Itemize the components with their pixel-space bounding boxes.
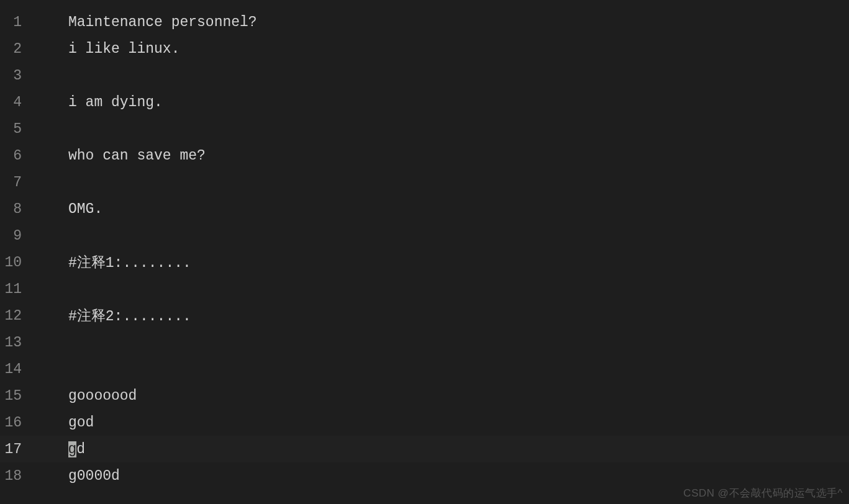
editor-line[interactable]: 18g0000d xyxy=(0,462,849,489)
line-content[interactable]: who can save me? xyxy=(43,148,206,164)
editor-line[interactable]: 4i am dying. xyxy=(0,89,849,115)
line-number: 6 xyxy=(0,148,43,164)
editor-line[interactable]: 2i like linux. xyxy=(0,35,849,62)
line-number: 4 xyxy=(0,94,43,110)
line-number: 12 xyxy=(0,308,43,324)
line-number: 8 xyxy=(0,201,43,217)
line-content[interactable]: OMG. xyxy=(43,201,102,217)
cursor: g xyxy=(68,441,77,457)
editor-line[interactable]: 14 xyxy=(0,356,849,382)
line-number: 3 xyxy=(0,68,43,84)
editor-line[interactable]: 15gooooood xyxy=(0,382,849,409)
line-number: 2 xyxy=(0,41,43,57)
line-content[interactable]: g0000d xyxy=(43,468,120,484)
line-number: 13 xyxy=(0,335,43,351)
line-content[interactable]: i like linux. xyxy=(43,41,179,57)
code-editor[interactable]: 1Maintenance personnel?2i like linux.34i… xyxy=(0,0,849,489)
line-number: 11 xyxy=(0,281,43,297)
line-content[interactable]: gooooood xyxy=(43,388,137,404)
line-content[interactable]: i am dying. xyxy=(43,94,163,110)
line-number: 15 xyxy=(0,388,43,404)
editor-line[interactable]: 5 xyxy=(0,115,849,142)
editor-line[interactable]: 9 xyxy=(0,222,849,249)
editor-line[interactable]: 6who can save me? xyxy=(0,142,849,169)
line-content[interactable]: #注释1:........ xyxy=(43,253,191,272)
line-content[interactable]: god xyxy=(43,415,94,431)
editor-line[interactable]: 16god xyxy=(0,409,849,436)
editor-line[interactable]: 3 xyxy=(0,62,849,89)
line-number: 14 xyxy=(0,361,43,377)
line-content[interactable]: gd xyxy=(43,441,85,457)
editor-line[interactable]: 17gd xyxy=(0,436,849,462)
editor-line[interactable]: 10#注释1:........ xyxy=(0,249,849,276)
line-number: 17 xyxy=(0,441,43,457)
editor-line[interactable]: 8OMG. xyxy=(0,196,849,222)
editor-line[interactable]: 11 xyxy=(0,276,849,302)
line-content[interactable]: #注释2:........ xyxy=(43,306,191,325)
line-number: 9 xyxy=(0,228,43,244)
line-content[interactable]: Maintenance personnel? xyxy=(43,14,257,30)
editor-line[interactable]: 1Maintenance personnel? xyxy=(0,9,849,35)
editor-line[interactable]: 12#注释2:........ xyxy=(0,302,849,329)
editor-line[interactable]: 13 xyxy=(0,329,849,356)
line-number: 10 xyxy=(0,254,43,271)
line-number: 5 xyxy=(0,121,43,137)
line-number: 18 xyxy=(0,468,43,484)
line-number: 7 xyxy=(0,174,43,191)
line-number: 16 xyxy=(0,415,43,431)
watermark-text: CSDN @不会敲代码的运气选手^ xyxy=(683,486,843,500)
line-number: 1 xyxy=(0,14,43,30)
editor-line[interactable]: 7 xyxy=(0,169,849,196)
